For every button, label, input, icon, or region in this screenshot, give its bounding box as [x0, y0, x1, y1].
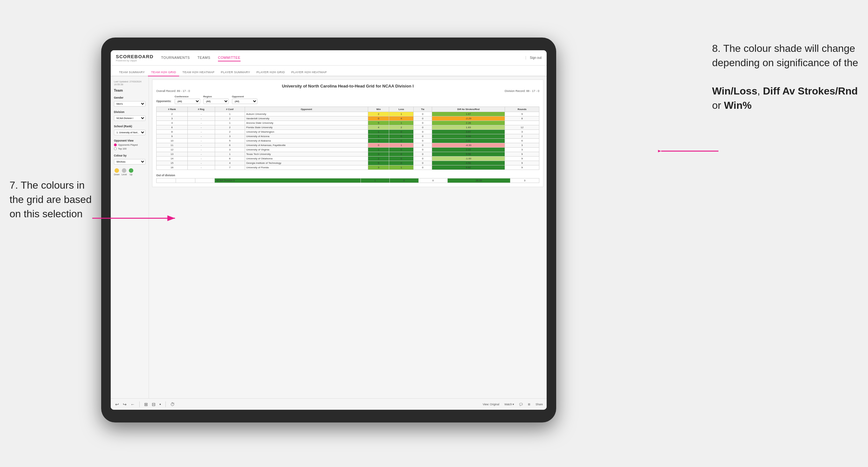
- cell-rank: 15: [157, 161, 188, 165]
- ood-conf: [195, 179, 214, 183]
- dot-button[interactable]: •: [159, 401, 162, 407]
- cell-diff: 4.50: [432, 161, 505, 165]
- table-row: 9 - 3 University of Arizona 1 0 0 9.00 2: [157, 134, 539, 139]
- table-row: 8 - 2 University of Washington 1 0 0 3.6…: [157, 130, 539, 134]
- cell-loss: 1: [389, 121, 414, 125]
- filter-region-label: Region: [203, 95, 229, 98]
- opponents-label: Opponents:: [156, 100, 172, 104]
- comment-button[interactable]: 💬: [519, 403, 523, 406]
- cell-tie: 0: [414, 134, 432, 139]
- top-nav: SCOREBOARD Powered by clippd TOURNAMENTS…: [111, 50, 547, 65]
- cell-diff: 9.00: [432, 134, 505, 139]
- cell-win: 1: [368, 130, 389, 134]
- undo-button[interactable]: ↩: [115, 401, 120, 407]
- cell-reg: -: [187, 125, 215, 130]
- gender-label: Gender: [114, 96, 146, 99]
- ood-tie: 0: [418, 179, 447, 183]
- grid-icon[interactable]: ⊞: [528, 403, 530, 406]
- gender-select[interactable]: Men's: [114, 101, 146, 106]
- add-button[interactable]: ⊞: [144, 401, 149, 407]
- cell-loss: 0: [389, 134, 414, 139]
- table-row: 16 - 7 University of Florida 3 1 0 6.62 …: [157, 165, 539, 170]
- cell-loss: 0: [389, 139, 414, 143]
- cell-rounds: 2: [505, 134, 539, 139]
- cell-win: 0: [368, 117, 389, 121]
- filter-conference-select[interactable]: (All): [175, 99, 200, 104]
- colour-by-label: Colour by: [114, 154, 146, 157]
- cell-tie: 0: [414, 143, 432, 148]
- cell-win: 3: [368, 139, 389, 143]
- cell-diff: 6.62: [432, 165, 505, 170]
- filter-opponent-select[interactable]: (All): [232, 99, 257, 104]
- annotation-bold-win-loss: Win/Loss: [712, 85, 757, 97]
- sub-nav-player-h2h-grid[interactable]: PLAYER H2H GRID: [253, 68, 288, 76]
- share-button[interactable]: Share: [535, 403, 543, 406]
- sign-out-button[interactable]: Sign out: [526, 56, 541, 60]
- cell-win: 5: [368, 121, 389, 125]
- table-row: 2 - 1 Auburn University 2 1 0 1.67 9: [157, 112, 539, 117]
- school-select[interactable]: 1. University of Nort...: [114, 130, 146, 135]
- sub-nav-player-h2h-heatmap[interactable]: PLAYER H2H HEATMAP: [288, 68, 330, 76]
- annotation-right: 8. The colour shade will change dependin…: [712, 41, 865, 113]
- cell-conf: 5: [215, 139, 245, 143]
- cell-loss: 1: [389, 165, 414, 170]
- division-record: Division Record: 88 - 17 - 0: [505, 89, 539, 93]
- cell-loss: 1: [389, 143, 414, 148]
- back-button[interactable]: ←: [130, 401, 135, 407]
- minus-button[interactable]: ⊟: [151, 401, 156, 407]
- grid-container: University of North Carolina Head-to-Hea…: [152, 80, 544, 187]
- redo-button[interactable]: ↪: [122, 401, 127, 407]
- out-of-division-table: NCAA Division II 1 0 0 26.00 3: [156, 178, 539, 183]
- cell-tie: 0: [414, 139, 432, 143]
- clock-button[interactable]: ⏱: [169, 401, 175, 407]
- cell-conf: 2: [215, 117, 245, 121]
- cell-opponent: Florida State University: [245, 125, 368, 130]
- cell-rounds: 3: [505, 148, 539, 152]
- colour-by-select[interactable]: Win/loss: [114, 159, 146, 164]
- colour-level: Level: [122, 168, 127, 176]
- cell-tie: 0: [414, 121, 432, 125]
- cell-loss: 1: [389, 112, 414, 117]
- cell-diff: 2.61: [432, 139, 505, 143]
- nav-teams[interactable]: TEAMS: [197, 54, 210, 61]
- cell-rank: 4: [157, 121, 188, 125]
- table-row: 14 - 6 University of Oklahoma 2 0 0 -1.0…: [157, 157, 539, 161]
- cell-conf: 3: [215, 148, 245, 152]
- cell-rounds: 9: [505, 161, 539, 165]
- nav-committee[interactable]: COMMITTEE: [218, 54, 241, 61]
- sub-nav-team-summary[interactable]: TEAM SUMMARY: [116, 68, 148, 76]
- cell-win: 3: [368, 152, 389, 157]
- cell-opponent: University of Washington: [245, 130, 368, 134]
- view-original[interactable]: View: Original: [483, 403, 499, 406]
- cell-conf: 1: [215, 112, 245, 117]
- tablet-container: SCOREBOARD Powered by clippd TOURNAMENTS…: [101, 37, 556, 423]
- division-select[interactable]: NCAA Division I: [114, 116, 146, 121]
- cell-loss: 0: [389, 157, 414, 161]
- cell-reg: -: [187, 143, 215, 148]
- cell-conf: 6: [215, 157, 245, 161]
- colour-legend: Down Level Up: [114, 168, 146, 176]
- cell-loss: 4: [389, 117, 414, 121]
- filter-region-select[interactable]: (All): [203, 99, 229, 104]
- cell-win: 3: [368, 165, 389, 170]
- cell-reg: -: [187, 152, 215, 157]
- sub-nav-team-h2h-heatmap[interactable]: TEAM H2H HEATMAP: [179, 68, 218, 76]
- sub-nav-team-h2h-grid[interactable]: TEAM H2H GRID: [148, 68, 179, 76]
- radio-opponents-played[interactable]: Opponents Played: [114, 144, 146, 146]
- filter-region: Region (All): [203, 95, 229, 104]
- cell-conf: 6: [215, 143, 245, 148]
- sub-nav-player-summary[interactable]: PLAYER SUMMARY: [218, 68, 253, 76]
- nav-tournaments[interactable]: TOURNAMENTS: [161, 54, 190, 61]
- cell-tie: 0: [414, 112, 432, 117]
- watch-button[interactable]: Watch ▾: [504, 403, 514, 406]
- radio-top-100[interactable]: Top 100: [114, 147, 146, 150]
- cell-tie: 0: [414, 152, 432, 157]
- col-conf: # Conf: [215, 107, 245, 112]
- grid-title: University of North Carolina Head-to-Hea…: [156, 84, 539, 88]
- cell-diff: 1.67: [432, 112, 505, 117]
- grid-area: University of North Carolina Head-to-Hea…: [149, 76, 547, 398]
- filter-conference-label: Conference: [175, 95, 200, 98]
- cell-reg: -: [187, 148, 215, 152]
- cell-loss: 0: [389, 152, 414, 157]
- radio-label-opponents: Opponents Played: [118, 144, 138, 146]
